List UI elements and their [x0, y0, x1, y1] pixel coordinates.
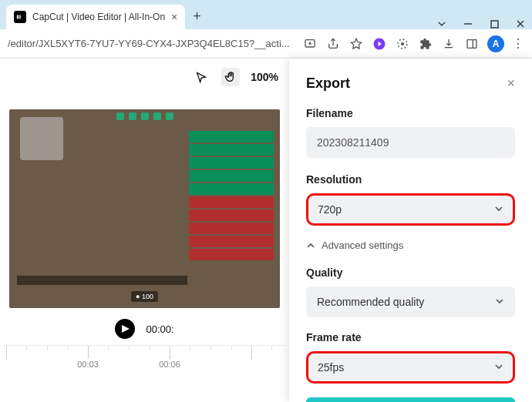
play-circle-icon[interactable]	[372, 36, 387, 52]
hud-top-icons	[116, 112, 173, 120]
quality-label: Quality	[306, 266, 515, 279]
play-button[interactable]	[115, 319, 135, 339]
window-minimize-icon[interactable]	[463, 18, 473, 29]
download-icon[interactable]	[441, 36, 456, 52]
install-app-icon[interactable]	[302, 36, 318, 52]
quality-value: Recommended quality	[317, 296, 424, 308]
window-maximize-icon[interactable]	[489, 18, 500, 29]
browser-menu-icon[interactable]: ⋮	[512, 36, 524, 51]
resolution-label: Resolution	[306, 173, 515, 186]
puzzle-icon[interactable]	[418, 36, 433, 52]
tab-close-icon[interactable]: ×	[171, 11, 177, 23]
export-title: Export	[306, 75, 350, 92]
preview-toolbar: 100%	[0, 59, 289, 95]
video-preview[interactable]: ● 100	[9, 109, 280, 308]
svg-point-6	[401, 42, 404, 45]
editor-area: 100% ● 100 00:00: 00:03 00:06	[0, 59, 289, 402]
advanced-settings-label: Advanced settings	[322, 240, 403, 251]
capcut-favicon	[14, 11, 26, 23]
chevron-down-icon[interactable]	[436, 18, 447, 29]
hud-ammo-count: ● 100	[131, 291, 158, 302]
svg-marker-3	[351, 39, 361, 49]
svg-marker-10	[122, 325, 130, 333]
quality-select[interactable]: Recommended quality	[306, 286, 515, 317]
bottom-hud: ● 100	[9, 291, 280, 302]
browser-tab[interactable]: CapCut | Video Editor | All-In-On ×	[6, 5, 185, 29]
play-controls: 00:00:	[0, 308, 289, 345]
filename-input[interactable]	[306, 127, 515, 158]
window-close-icon[interactable]	[515, 18, 526, 29]
extension-icon-1[interactable]	[395, 36, 410, 52]
share-icon[interactable]	[325, 36, 341, 52]
pointer-tool-icon[interactable]	[192, 68, 210, 86]
url-text[interactable]: /editor/JXL5XYT6-7YU7-YY69-CYX4-JXP3Q4EL…	[8, 38, 295, 49]
advanced-settings-toggle[interactable]: Advanced settings	[306, 240, 515, 251]
chevron-down-icon	[494, 203, 503, 216]
close-icon[interactable]: ×	[507, 75, 515, 92]
timeline-ruler[interactable]: 00:03 00:06	[3, 345, 286, 373]
subtitle-strip	[17, 276, 187, 285]
framerate-value: 25fps	[318, 361, 344, 374]
zoom-level[interactable]: 100%	[251, 71, 278, 83]
svg-rect-1	[491, 21, 498, 28]
time-display: 00:00:	[146, 323, 173, 335]
chevron-up-icon	[306, 241, 315, 250]
tick-label: 00:06	[159, 360, 180, 369]
resolution-select[interactable]: 720p	[306, 193, 515, 226]
framerate-select[interactable]: 25fps	[306, 351, 515, 384]
resolution-value: 720p	[318, 203, 342, 216]
chevron-down-icon	[495, 296, 504, 308]
sidepanel-icon[interactable]	[464, 36, 480, 52]
new-tab-button[interactable]: +	[193, 8, 201, 29]
framerate-label: Frame rate	[306, 331, 515, 343]
browser-address-bar: /editor/JXL5XYT6-7YU7-YY69-CYX4-JXP3Q4EL…	[0, 29, 532, 59]
filename-label: Filename	[306, 107, 515, 119]
minimap	[20, 117, 63, 160]
profile-avatar[interactable]: A	[487, 35, 504, 52]
export-panel: Export × Filename Resolution 720p Advanc…	[289, 59, 532, 402]
hand-tool-icon[interactable]	[221, 68, 240, 86]
scoreboard	[189, 131, 274, 262]
tick-label: 00:03	[77, 360, 99, 369]
browser-tab-strip: CapCut | Video Editor | All-In-On × +	[0, 0, 532, 29]
chevron-down-icon	[494, 361, 503, 374]
svg-rect-8	[467, 39, 476, 48]
tab-title: CapCut | Video Editor | All-In-On	[32, 12, 165, 22]
export-button[interactable]: Export	[306, 397, 515, 402]
bookmark-star-icon[interactable]	[348, 36, 364, 52]
